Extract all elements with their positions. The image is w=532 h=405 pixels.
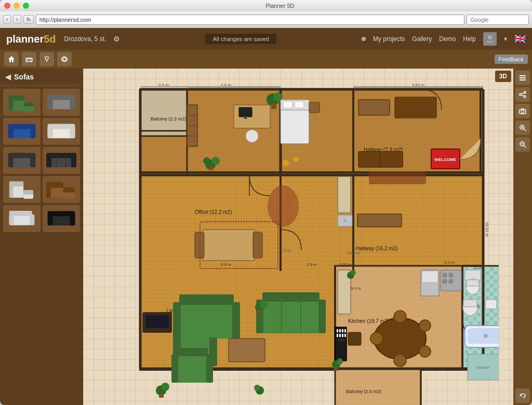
share-button[interactable] <box>515 87 530 102</box>
svg-rect-213 <box>334 367 338 371</box>
save-status: All changes are saved <box>205 34 276 44</box>
svg-rect-46 <box>63 187 75 193</box>
menu-button[interactable] <box>515 71 530 85</box>
back-nav-button[interactable]: ‹ <box>3 15 11 24</box>
maximize-button[interactable] <box>23 3 29 9</box>
svg-rect-21 <box>8 127 14 139</box>
svg-text:WELCOME: WELCOME <box>434 157 456 162</box>
home-button[interactable] <box>4 52 19 66</box>
svg-rect-26 <box>70 127 75 139</box>
svg-text:Balcony (2.0 m2): Balcony (2.0 m2) <box>346 389 381 394</box>
svg-rect-149 <box>171 354 178 383</box>
svg-rect-4 <box>31 61 32 62</box>
sofa-item-10[interactable] <box>43 205 80 232</box>
top-bar: planner5d Drozdova, 5 st. ⚙ All changes … <box>0 28 532 50</box>
gallery-link[interactable]: Gallery <box>412 35 432 43</box>
svg-rect-25 <box>48 127 53 139</box>
svg-point-238 <box>520 93 522 96</box>
view-button[interactable] <box>57 52 72 66</box>
sidebar: ◀ Sofas <box>0 69 83 405</box>
sofa-item-5[interactable] <box>3 147 41 174</box>
svg-rect-30 <box>30 156 35 168</box>
sofa-item-1[interactable] <box>3 89 41 116</box>
sofa-item-7[interactable] <box>3 176 41 203</box>
svg-rect-22 <box>30 127 35 139</box>
close-button[interactable] <box>4 3 10 9</box>
sofa-item-3[interactable] <box>3 118 41 145</box>
svg-rect-132 <box>271 104 276 109</box>
svg-rect-150 <box>206 354 213 383</box>
svg-rect-44 <box>46 186 51 198</box>
search-input[interactable] <box>467 15 529 25</box>
project-name: Drozdova, 5 st. <box>64 35 107 43</box>
my-projects-link[interactable]: My projects <box>373 35 405 43</box>
sidebar-category-title: Sofas <box>14 73 34 81</box>
avatar-dropdown-icon[interactable]: ▾ <box>504 35 507 43</box>
forward-nav-button[interactable]: › <box>13 15 21 24</box>
logo-text: planner5d <box>6 33 56 45</box>
reload-button[interactable]: ↻ <box>23 15 34 24</box>
furniture-button[interactable] <box>22 52 36 66</box>
lamp-button[interactable] <box>39 52 54 66</box>
svg-rect-147 <box>177 354 208 383</box>
user-avatar[interactable] <box>483 32 497 46</box>
svg-rect-180 <box>344 329 346 332</box>
svg-rect-185 <box>338 339 339 341</box>
svg-rect-152 <box>262 292 320 302</box>
sofa-item-2[interactable] <box>43 89 80 116</box>
svg-point-236 <box>524 91 526 93</box>
svg-rect-201 <box>468 328 499 344</box>
svg-rect-162 <box>258 309 262 314</box>
back-arrow-icon[interactable]: ◀ <box>5 73 11 81</box>
view-3d-button[interactable]: 3D <box>495 71 511 82</box>
svg-point-0 <box>488 35 492 39</box>
svg-rect-165 <box>159 393 164 398</box>
sofa-item-8[interactable] <box>43 176 80 203</box>
demo-link[interactable]: Demo <box>439 35 456 43</box>
svg-point-242 <box>522 111 524 113</box>
sidebar-header: ◀ Sofas <box>0 69 83 86</box>
svg-point-195 <box>448 279 454 284</box>
settings-icon[interactable]: ⚙ <box>113 35 120 43</box>
svg-rect-186 <box>340 339 342 341</box>
svg-rect-205 <box>485 300 497 309</box>
zoom-in-button[interactable] <box>515 120 530 135</box>
address-bar[interactable] <box>36 15 464 25</box>
help-link[interactable]: Help <box>463 35 476 43</box>
svg-rect-134 <box>358 100 390 115</box>
svg-text:Balcony (2.3 m2): Balcony (2.3 m2) <box>151 116 186 122</box>
svg-rect-184 <box>344 334 346 337</box>
svg-rect-140 <box>179 302 234 339</box>
canvas-area[interactable]: 3D <box>83 69 513 405</box>
svg-rect-143 <box>232 302 240 339</box>
feedback-button[interactable]: Feedback <box>495 55 528 64</box>
svg-rect-179 <box>342 329 343 332</box>
svg-text:0.9 m: 0.9 m <box>158 83 169 87</box>
camera-button[interactable] <box>515 104 530 118</box>
svg-point-116 <box>246 130 258 142</box>
svg-rect-29 <box>8 156 14 168</box>
zoom-out-button[interactable] <box>515 137 530 152</box>
svg-text:0.28: 0.28 <box>474 266 482 269</box>
minimize-button[interactable] <box>14 3 20 9</box>
svg-rect-216 <box>283 101 292 108</box>
svg-rect-117 <box>239 107 252 117</box>
svg-rect-74 <box>335 369 421 405</box>
svg-text:4.8 m: 4.8 m <box>221 83 231 87</box>
svg-point-124 <box>211 157 220 165</box>
svg-point-139 <box>268 185 299 227</box>
svg-line-240 <box>522 95 524 96</box>
sofa-item-6[interactable] <box>43 147 80 174</box>
svg-rect-182 <box>339 334 341 337</box>
svg-rect-183 <box>342 334 343 337</box>
svg-rect-204 <box>463 300 477 307</box>
language-flag[interactable]: 🇬🇧 <box>514 33 526 45</box>
svg-line-8 <box>48 56 49 57</box>
svg-text:0.9 m: 0.9 m <box>221 262 231 267</box>
floor-plan-svg: Balcony (2.3 m2) Office (12.2 m2) Hallwa… <box>99 79 499 405</box>
svg-point-197 <box>343 219 347 222</box>
svg-point-5 <box>45 57 48 60</box>
sofa-item-4[interactable] <box>43 118 80 145</box>
undo-arrow-icon[interactable] <box>515 388 530 403</box>
sofa-item-9[interactable] <box>3 205 41 232</box>
